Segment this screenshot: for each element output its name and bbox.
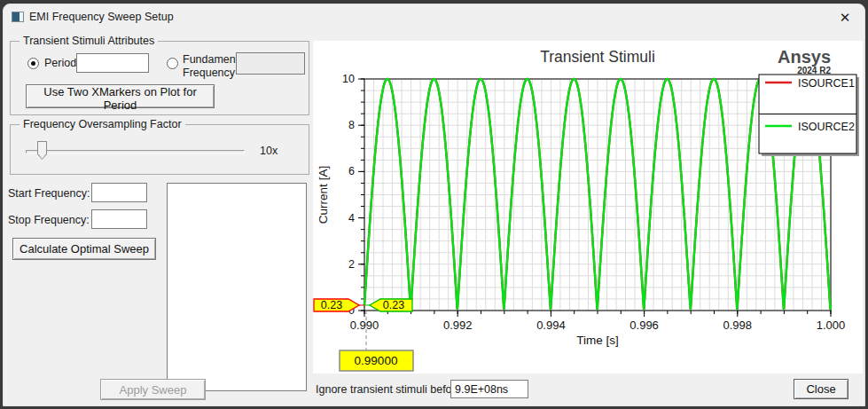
apply-sweep-button[interactable]: Apply Sweep xyxy=(100,379,206,400)
legend: ISOURCE1ISOURCE2 xyxy=(759,75,859,156)
x-tick-label: 0.990 xyxy=(350,319,379,332)
oversampling-slider-track[interactable] xyxy=(26,150,245,153)
ansys-logo: Ansys xyxy=(778,47,831,67)
stimuli-group-title: Transient Stimuli Attributes xyxy=(20,35,158,47)
stop-frequency-label: Stop Frequency: xyxy=(8,214,90,226)
start-frequency-input[interactable] xyxy=(91,183,147,202)
period-radio[interactable] xyxy=(27,58,39,69)
period-input[interactable] xyxy=(76,53,149,73)
legend-label-isource1: ISOURCE1 xyxy=(798,77,855,90)
x-tick-label: 0.998 xyxy=(723,319,753,332)
stop-frequency-input[interactable] xyxy=(91,209,147,229)
sweep-listbox[interactable] xyxy=(167,183,307,391)
stimuli-attributes-group: Transient Stimuli Attributes Period Fund… xyxy=(10,41,309,115)
window-title: EMI Frequency Sweep Setup xyxy=(29,11,174,23)
app-icon xyxy=(12,12,24,22)
ignore-before-label: Ignore transient stimuli before xyxy=(316,383,462,396)
y-axis-title: Current [A] xyxy=(317,166,330,224)
fundamental-frequency-input[interactable] xyxy=(236,52,305,75)
use-two-xmarkers-button[interactable]: Use Two XMarkers on Plot for Period xyxy=(26,84,215,108)
chart-title: Transient Stimuli xyxy=(540,48,655,66)
y-tick-label: 2 xyxy=(348,258,355,271)
xmarker-value-label: 0.99000 xyxy=(355,354,398,367)
y-tick-label: 4 xyxy=(348,212,355,224)
ansys-version: 2024 R2 xyxy=(797,66,831,75)
x-tick-label: 0.992 xyxy=(443,319,473,332)
x-axis-title: Time [s] xyxy=(576,334,619,347)
fundamental-radio-label: Fundamental Frequency xyxy=(183,53,241,80)
legend-label-isource2: ISOURCE2 xyxy=(798,121,855,133)
y-tick-label: 10 xyxy=(342,73,355,85)
x-tick-label: 1.000 xyxy=(817,319,846,332)
oversampling-group-title: Frequency Oversampling Factor xyxy=(20,118,185,130)
fundamental-frequency-radio[interactable] xyxy=(167,58,178,69)
y-tick-label: 8 xyxy=(348,119,355,131)
calculate-optimal-sweep-button[interactable]: Calculate Optimal Sweep xyxy=(12,238,156,260)
oversampling-group: Frequency Oversampling Factor 10x xyxy=(10,124,309,175)
y-tick-label: 6 xyxy=(348,165,355,177)
start-frequency-label: Start Frequency: xyxy=(8,187,90,200)
period-radio-label: Period xyxy=(44,57,76,69)
ymarker-label: 0.23 xyxy=(321,299,342,311)
oversampling-slider-thumb[interactable] xyxy=(37,141,47,160)
ignore-before-input[interactable] xyxy=(450,380,528,398)
x-tick-label: 0.996 xyxy=(629,319,659,332)
chart-panel: 0.9900.9920.9940.9960.9981.0000246810Tim… xyxy=(313,41,863,374)
chart-svg[interactable]: 0.9900.9920.9940.9960.9981.0000246810Tim… xyxy=(313,41,863,374)
oversampling-value: 10x xyxy=(260,145,278,157)
ymarker-label: 0.23 xyxy=(383,299,404,311)
window-dialog: EMI Frequency Sweep Setup ✕ Transient St… xyxy=(3,4,865,406)
x-tick-label: 0.994 xyxy=(536,319,566,332)
title-bar: EMI Frequency Sweep Setup ✕ xyxy=(4,4,864,31)
close-icon[interactable]: ✕ xyxy=(834,7,856,28)
close-button[interactable]: Close xyxy=(794,379,848,399)
